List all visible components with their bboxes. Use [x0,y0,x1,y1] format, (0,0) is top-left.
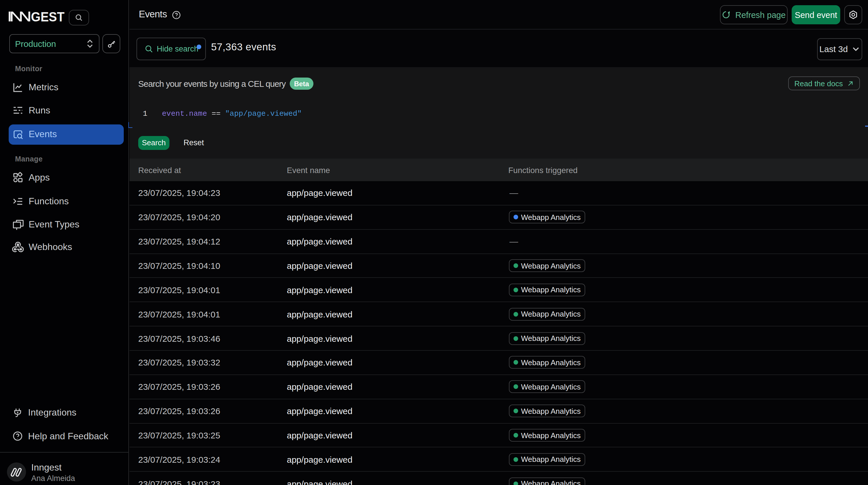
svg-text:GEST: GEST [31,11,64,22]
